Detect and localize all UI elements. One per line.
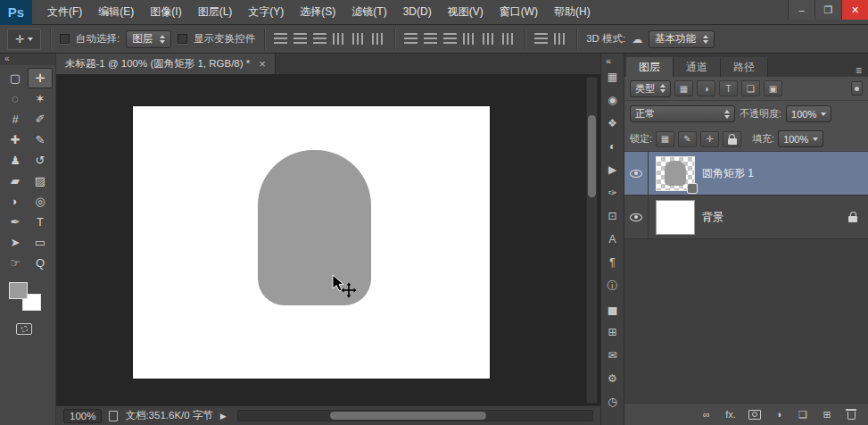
- color-panel-icon[interactable]: ◉: [603, 92, 622, 108]
- menu-file[interactable]: 文件(F): [39, 0, 90, 24]
- auto-select-target-dropdown[interactable]: 图层: [126, 30, 171, 48]
- layer-thumbnail[interactable]: [657, 157, 694, 190]
- styles-panel-icon[interactable]: ❖: [603, 115, 622, 131]
- delete-layer-button[interactable]: [845, 409, 857, 420]
- layer-style-button[interactable]: fx.: [724, 409, 737, 420]
- adjustments-panel-icon[interactable]: ◐: [603, 138, 622, 154]
- status-menu-arrow-icon[interactable]: ▶: [220, 412, 227, 421]
- path-selection-tool[interactable]: ➤: [3, 232, 28, 253]
- notes-panel-icon[interactable]: ✉: [603, 347, 622, 363]
- distribute-vertical-centers-button[interactable]: [424, 33, 437, 45]
- distribute-top-edges-button[interactable]: [404, 33, 417, 45]
- close-button[interactable]: ✕: [841, 0, 868, 20]
- layer-thumbnail[interactable]: [657, 201, 694, 234]
- expand-panels-icon[interactable]: «: [601, 56, 611, 65]
- align-horizontal-centers-button[interactable]: [352, 33, 366, 45]
- paragraph-panel-icon[interactable]: ¶: [603, 254, 622, 271]
- type-tool[interactable]: T: [28, 212, 53, 232]
- menu-layer[interactable]: 图层(L): [190, 0, 241, 24]
- lock-image-pixels-icon[interactable]: ✎: [678, 131, 697, 147]
- distribute-left-edges-button[interactable]: [463, 33, 476, 45]
- tool-preset-picker[interactable]: ✛: [7, 29, 41, 50]
- vertical-scrollbar[interactable]: [586, 77, 598, 404]
- rectangle-tool[interactable]: ▭: [28, 232, 53, 253]
- brush-tool[interactable]: ✎: [28, 129, 53, 150]
- history-brush-tool[interactable]: ↺: [28, 150, 53, 171]
- tab-channels[interactable]: 通道: [674, 57, 721, 77]
- fill-dropdown[interactable]: 100%: [778, 130, 823, 147]
- new-layer-button[interactable]: ⊞: [821, 409, 833, 421]
- menu-3d[interactable]: 3D(D): [395, 0, 440, 24]
- brush-panel-icon[interactable]: ✑: [603, 185, 622, 201]
- navigator-panel-icon[interactable]: ⊞: [603, 324, 622, 340]
- menu-edit[interactable]: 编辑(E): [90, 0, 142, 24]
- panel-menu-icon[interactable]: ≡: [856, 64, 862, 77]
- properties-panel-icon[interactable]: ⚙: [603, 371, 622, 387]
- filter-shape-layers-icon[interactable]: ❏: [741, 80, 760, 96]
- maximize-button[interactable]: ❐: [814, 0, 841, 20]
- new-group-button[interactable]: ❏: [797, 409, 809, 421]
- tab-paths[interactable]: 路径: [721, 57, 768, 77]
- timeline-panel-icon[interactable]: ◷: [603, 394, 622, 410]
- swatches-panel-icon[interactable]: ▦: [603, 69, 622, 85]
- layer-name[interactable]: 圆角矩形 1: [702, 166, 754, 181]
- distribute-bottom-edges-button[interactable]: [443, 33, 457, 45]
- tab-close-icon[interactable]: ×: [259, 57, 266, 71]
- adjustment-layer-button[interactable]: ◑: [773, 409, 785, 420]
- menu-window[interactable]: 窗口(W): [492, 0, 546, 24]
- menu-type[interactable]: 文字(Y): [240, 0, 292, 24]
- eraser-tool[interactable]: ▰: [3, 171, 28, 191]
- lasso-tool[interactable]: ◌: [3, 88, 28, 109]
- menu-view[interactable]: 视图(V): [440, 0, 492, 24]
- blur-tool[interactable]: ◗: [3, 191, 28, 212]
- menu-image[interactable]: 图像(I): [142, 0, 189, 24]
- 3d-mode-dropdown[interactable]: 基本功能: [649, 30, 715, 48]
- actions-panel-icon[interactable]: ▶: [603, 162, 622, 178]
- canvas[interactable]: [133, 106, 490, 379]
- filter-adjustment-layers-icon[interactable]: ◑: [697, 80, 715, 96]
- toolbar-collapse-icon[interactable]: «: [0, 54, 55, 65]
- filter-type-layers-icon[interactable]: T: [719, 80, 738, 96]
- info-panel-icon[interactable]: ⓘ: [603, 278, 622, 294]
- gradient-tool[interactable]: ▨: [28, 171, 53, 191]
- lock-position-icon[interactable]: ✛: [700, 131, 719, 147]
- distribute-spacing-button[interactable]: [554, 33, 567, 45]
- tab-layers[interactable]: 图层: [626, 57, 674, 77]
- layer-row-rounded-rectangle[interactable]: 圆角矩形 1: [624, 152, 868, 196]
- menu-select[interactable]: 选择(S): [292, 0, 343, 24]
- auto-select-checkbox[interactable]: [60, 34, 70, 44]
- rectangular-marquee-tool[interactable]: ▢: [3, 68, 28, 88]
- lock-transparent-pixels-icon[interactable]: ▦: [656, 131, 674, 147]
- align-top-edges-button[interactable]: [274, 33, 287, 45]
- clone-source-panel-icon[interactable]: ⊡: [603, 208, 622, 224]
- distribute-right-edges-button[interactable]: [502, 33, 516, 45]
- align-vertical-centers-button[interactable]: [293, 33, 307, 45]
- vertical-scrollbar-thumb[interactable]: [588, 115, 596, 197]
- menu-help[interactable]: 帮助(H): [546, 0, 599, 24]
- visibility-toggle[interactable]: [624, 196, 649, 238]
- filter-smart-object-icon[interactable]: ▣: [764, 80, 782, 96]
- align-bottom-edges-button[interactable]: [313, 33, 327, 45]
- link-layers-button[interactable]: ∞: [700, 409, 713, 420]
- add-layer-mask-button[interactable]: [748, 410, 761, 420]
- crop-tool[interactable]: #: [3, 109, 28, 129]
- filter-type-dropdown[interactable]: 类型: [630, 80, 671, 97]
- opacity-dropdown[interactable]: 100%: [786, 105, 831, 122]
- zoom-tool[interactable]: Q: [28, 253, 53, 273]
- align-left-edges-button[interactable]: [333, 33, 346, 45]
- visibility-toggle[interactable]: [624, 152, 649, 195]
- dodge-tool[interactable]: ◎: [28, 191, 53, 212]
- layer-name[interactable]: 背景: [702, 210, 723, 225]
- distribute-horizontal-centers-button[interactable]: [483, 33, 496, 45]
- foreground-color-swatch[interactable]: [9, 282, 28, 299]
- quick-mask-button[interactable]: [16, 323, 32, 335]
- horizontal-scrollbar-thumb[interactable]: [330, 412, 486, 420]
- horizontal-scrollbar[interactable]: [237, 410, 593, 421]
- show-transform-checkbox[interactable]: [178, 34, 187, 44]
- hand-tool[interactable]: ☞: [3, 253, 28, 273]
- 3d-orbit-icon[interactable]: ☁: [632, 33, 642, 46]
- auto-align-layers-button[interactable]: [534, 33, 548, 45]
- histogram-panel-icon[interactable]: ▅: [603, 301, 622, 317]
- minimize-button[interactable]: –: [788, 0, 814, 20]
- document-tab[interactable]: 未标题-1 @ 100% (圆角矩形 1, RGB/8) * ×: [56, 54, 276, 74]
